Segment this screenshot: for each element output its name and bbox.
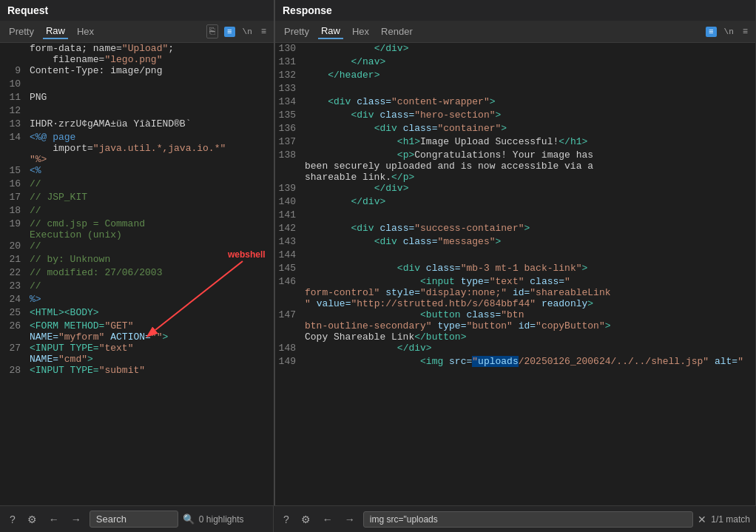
search-input[interactable] [90, 511, 178, 528]
code-line: 12 [0, 105, 274, 118]
help-button-left[interactable]: ? [6, 511, 19, 528]
line-number: 134 [275, 96, 302, 110]
line-content: // JSP_KIT [27, 192, 274, 205]
line-content: </nav> [302, 56, 755, 70]
code-line: 14 <%@ page import="java.util.*,java.io.… [0, 132, 274, 165]
code-line: 135 <div class="hero-section"> [275, 110, 755, 123]
line-number: 12 [0, 105, 27, 118]
line-content: // [27, 280, 274, 294]
line-content: <div class="mb-3 mt-1 back-link"> [302, 263, 755, 276]
line-content: // cmd.jsp = CommandExecution (unix) [27, 218, 274, 240]
code-line: 22 // modified: 27/06/2003 [0, 267, 274, 280]
settings-button-left[interactable]: ⚙ [24, 511, 41, 528]
line-number: 10 [0, 78, 27, 92]
line-number: 131 [275, 56, 302, 70]
bottom-bar: ? ⚙ ← → 🔍 0 highlights ? ⚙ ← → ✕ 1/1 mat… [0, 505, 756, 532]
code-line: 140 </div> [275, 196, 755, 209]
match-badge: 1/1 match [711, 514, 750, 525]
tab-response-raw[interactable]: Raw [318, 24, 343, 39]
code-line: 133 [275, 83, 755, 96]
line-content: <p>Congratulations! Your image hasbeen s… [302, 149, 755, 183]
line-number: 136 [275, 123, 302, 136]
code-line: 25 <HTML><BODY> [0, 307, 274, 320]
tab-request-pretty[interactable]: Pretty [6, 24, 37, 38]
forward-button-right[interactable]: → [341, 511, 359, 528]
code-line: 23 // [0, 280, 274, 294]
code-line: 137 <h1>Image Upload Successful!</h1> [275, 136, 755, 149]
code-line: 19 // cmd.jsp = CommandExecution (unix) [0, 218, 274, 240]
line-number: 9 [0, 65, 27, 78]
line-number: 25 [0, 307, 27, 320]
code-line: 145 <div class="mb-3 mt-1 back-link"> [275, 263, 755, 276]
line-content: <INPUT TYPE="submit" [27, 365, 274, 378]
highlights-badge: 0 highlights [199, 514, 244, 525]
settings-button-right[interactable]: ⚙ [297, 511, 314, 528]
tab-response-hex[interactable]: Hex [349, 24, 372, 38]
line-number: 147 [275, 309, 302, 343]
line-content: <% [27, 165, 274, 178]
code-line: 134 <div class="content-wrapper"> [275, 96, 755, 110]
code-line: 148 </div> [275, 343, 755, 356]
back-button-left[interactable]: ← [45, 511, 63, 528]
code-line: 17 // JSP_KIT [0, 192, 274, 205]
tab-request-hex[interactable]: Hex [74, 24, 97, 38]
line-content: <div class="content-wrapper"> [302, 96, 755, 110]
code-line: 16 // [0, 178, 274, 192]
line-number: 17 [0, 192, 27, 205]
tab-response-pretty[interactable]: Pretty [281, 24, 312, 38]
back-button-right[interactable]: ← [319, 511, 337, 528]
line-content: </div> [302, 183, 755, 196]
line-number: 145 [275, 263, 302, 276]
line-content [302, 83, 755, 96]
menu-icon[interactable]: ≡ [260, 25, 268, 38]
line-number: 22 [0, 267, 27, 280]
code-line: 9 Content-Type: image/png [0, 65, 274, 78]
code-line: 130 </div> [275, 43, 755, 56]
code-line: 18 // [0, 205, 274, 218]
line-number: 143 [275, 236, 302, 249]
format-icon-resp[interactable]: ≡ [706, 27, 717, 37]
code-line: 26 <FORM METHOD="GET"NAME="myform" ACTIO… [0, 320, 274, 343]
tab-request-raw[interactable]: Raw [43, 24, 68, 39]
line-content: </div> [302, 343, 755, 356]
line-content: PNG [27, 92, 274, 105]
line-content: </div> [302, 43, 755, 56]
copy-icon[interactable]: ⎘ [206, 24, 218, 38]
line-number: 148 [275, 343, 302, 356]
line-content: </header> [302, 70, 755, 83]
newline-icon-resp: \n [723, 26, 735, 38]
line-number: 27 [0, 343, 27, 365]
code-line: 20 // [0, 240, 274, 254]
line-number: 149 [275, 356, 302, 369]
line-number: 135 [275, 110, 302, 123]
code-line: 138 <p>Congratulations! Your image hasbe… [275, 149, 755, 183]
line-number: 28 [0, 365, 27, 378]
line-number: 24 [0, 294, 27, 307]
code-line: 11 PNG [0, 92, 274, 105]
code-line: 15 <% [0, 165, 274, 178]
line-content: <button class="btnbtn-outline-secondary"… [302, 309, 755, 343]
line-content: <div class="hero-section"> [302, 110, 755, 123]
forward-button-left[interactable]: → [67, 511, 85, 528]
code-line: form-data; name="Upload"; filename="lego… [0, 43, 274, 65]
code-line: 21 // by: Unknown [0, 254, 274, 267]
line-number: 19 [0, 218, 27, 240]
line-content [27, 78, 274, 92]
format-icon[interactable]: ≡ [224, 27, 235, 37]
line-content: IHDR·zrzU¢gAMA±üa YîàIEND®B` [27, 118, 274, 132]
help-button-right[interactable]: ? [280, 511, 293, 528]
response-code: 130 </div> 131 </nav> 132 </header> 133 … [275, 43, 755, 505]
line-number: 14 [0, 132, 27, 165]
request-code: webshell form-data; name="Upload"; filen… [0, 43, 274, 505]
response-search-input[interactable] [363, 511, 694, 528]
tab-response-render[interactable]: Render [378, 24, 416, 38]
line-content: // modified: 27/06/2003 [27, 267, 274, 280]
line-number: 132 [275, 70, 302, 83]
line-content: <div class="success-container"> [302, 223, 755, 236]
newline-icon: \n [241, 26, 254, 38]
line-content: // by: Unknown [27, 254, 274, 267]
line-number: 130 [275, 43, 302, 56]
menu-icon-resp[interactable]: ≡ [741, 25, 749, 38]
line-number: 20 [0, 240, 27, 254]
search-clear-button[interactable]: ✕ [698, 514, 706, 525]
